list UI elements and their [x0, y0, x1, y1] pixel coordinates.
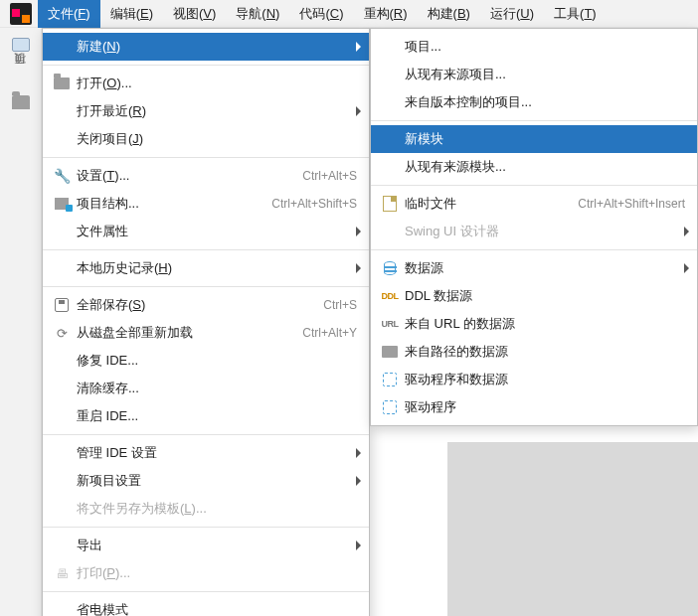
file_menu-menu-item-20: 将文件另存为模板(L)... — [43, 495, 369, 523]
app-icon — [10, 3, 32, 25]
icon-slot — [51, 380, 73, 397]
db-icon — [379, 259, 401, 277]
file_menu-menu-item-23: 🖶打印(P)... — [43, 559, 369, 587]
menu-separator — [371, 120, 697, 121]
new_menu-menu-item-12[interactable]: URL来自 URL 的数据源 — [371, 310, 697, 338]
new_menu-menu-item-14[interactable]: 驱动程序和数据源 — [371, 366, 697, 393]
menu-item-label: 设置(T)... — [77, 167, 302, 185]
menu-item-label: 修复 IDE... — [77, 352, 357, 370]
menu-separator — [371, 185, 697, 186]
new_menu-menu-item-13[interactable]: 来自路径的数据源 — [371, 338, 697, 366]
icon-slot — [51, 352, 73, 370]
file-menu-dropdown: 新建(N)打开(O)...打开最近(R)关闭项目(J)🔧设置(T)...Ctrl… — [42, 28, 370, 616]
file_menu-menu-item-14[interactable]: 修复 IDE... — [43, 347, 369, 375]
menu-item-label: Swing UI 设计器 — [405, 223, 685, 240]
menubar-item-refactor[interactable]: 重构(R) — [354, 0, 418, 28]
menubar-item-edit[interactable]: 编辑(E) — [100, 0, 163, 28]
file_menu-menu-item-18[interactable]: 管理 IDE 设置 — [43, 439, 369, 467]
menu-item-label: 打开最近(R) — [77, 102, 357, 120]
driver-icon — [379, 371, 401, 388]
new_menu-menu-item-15[interactable]: 驱动程序 — [371, 393, 697, 421]
menubar-item-file[interactable]: 文件(F) — [38, 0, 100, 28]
file_menu-menu-item-16[interactable]: 重启 IDE... — [43, 402, 369, 430]
menu-item-label: 重启 IDE... — [77, 407, 357, 425]
menu-item-label: 项目结构... — [77, 195, 271, 213]
new_menu-menu-item-8: Swing UI 设计器 — [371, 218, 697, 245]
file_menu-menu-item-22[interactable]: 导出 — [43, 532, 369, 559]
menu-item-label: 打印(P)... — [77, 564, 357, 582]
struct-icon — [51, 195, 73, 213]
folder-icon[interactable] — [12, 95, 30, 109]
menu-item-label: 管理 IDE 设置 — [77, 444, 357, 462]
chevron-right-icon — [356, 476, 361, 486]
menubar-item-view[interactable]: 视图(V) — [163, 0, 226, 28]
chevron-right-icon — [356, 227, 361, 236]
window-restore-icon[interactable] — [12, 38, 30, 52]
menubar-item-run[interactable]: 运行(U) — [480, 0, 544, 28]
file_menu-menu-item-13[interactable]: ⟳从磁盘全部重新加载Ctrl+Alt+Y — [43, 319, 369, 347]
menu-item-label: 全部保存(S) — [77, 296, 323, 314]
menu-item-label: 导出 — [77, 537, 357, 554]
new_menu-menu-item-4[interactable]: 新模块 — [371, 125, 697, 153]
file_menu-menu-item-19[interactable]: 新项目设置 — [43, 467, 369, 495]
menu-item-label: 关闭项目(J) — [77, 130, 357, 148]
menu-item-label: 本地历史记录(H) — [77, 259, 357, 277]
file_menu-menu-item-10[interactable]: 本地历史记录(H) — [43, 254, 369, 282]
new_menu-menu-item-10[interactable]: 数据源 — [371, 254, 697, 282]
menu-item-label: 数据源 — [405, 259, 685, 277]
menu-item-shortcut: Ctrl+S — [323, 298, 357, 312]
icon-slot — [379, 38, 401, 56]
file_menu-menu-item-4[interactable]: 关闭项目(J) — [43, 125, 369, 153]
menu-item-label: 文件属性 — [77, 223, 357, 240]
file_menu-menu-item-25[interactable]: 省电模式 — [43, 596, 369, 616]
driver-icon — [379, 398, 401, 416]
folder-icon — [51, 75, 73, 92]
icon-slot — [51, 130, 73, 148]
menu-separator — [43, 249, 369, 250]
menubar-item-navigate[interactable]: 导航(N) — [226, 0, 289, 28]
file_menu-menu-item-0[interactable]: 新建(N) — [43, 33, 369, 61]
menu-separator — [43, 527, 369, 528]
icon-slot — [51, 38, 73, 56]
file_menu-menu-item-12[interactable]: 全部保存(S)Ctrl+S — [43, 291, 369, 319]
left-tool-gutter: 项目 — [0, 28, 42, 616]
icon-slot — [379, 223, 401, 240]
new_menu-menu-item-1[interactable]: 从现有来源项目... — [371, 61, 697, 88]
menubar-item-build[interactable]: 构建(B) — [418, 0, 480, 28]
menu-item-label: 临时文件 — [405, 195, 578, 213]
menu-item-shortcut: Ctrl+Alt+Shift+Insert — [578, 197, 685, 211]
icon-slot — [51, 472, 73, 490]
file_menu-menu-item-6[interactable]: 🔧设置(T)...Ctrl+Alt+S — [43, 162, 369, 190]
menubar-item-code[interactable]: 代码(C) — [289, 0, 353, 28]
menu-item-label: 清除缓存... — [77, 380, 357, 397]
save-icon — [51, 296, 73, 314]
file_menu-menu-item-15[interactable]: 清除缓存... — [43, 375, 369, 402]
menu-item-label: DDL 数据源 — [405, 287, 685, 305]
new_menu-menu-item-7[interactable]: 临时文件Ctrl+Alt+Shift+Insert — [371, 190, 697, 218]
menu-item-shortcut: Ctrl+Alt+Shift+S — [271, 197, 357, 211]
file_menu-menu-item-7[interactable]: 项目结构...Ctrl+Alt+Shift+S — [43, 190, 369, 218]
file_menu-menu-item-3[interactable]: 打开最近(R) — [43, 97, 369, 125]
menu-item-label: 驱动程序 — [405, 398, 685, 416]
wrench-icon: 🔧 — [51, 167, 73, 185]
menu-item-label: 来自 URL 的数据源 — [405, 315, 685, 333]
icon-slot — [51, 444, 73, 462]
menu-separator — [43, 157, 369, 158]
new-submenu-dropdown: 项目...从现有来源项目...来自版本控制的项目...新模块从现有来源模块...… — [370, 28, 698, 426]
new_menu-menu-item-2[interactable]: 来自版本控制的项目... — [371, 88, 697, 116]
menu-item-label: 新模块 — [405, 130, 685, 148]
menu-separator — [371, 249, 697, 250]
file_menu-menu-item-2[interactable]: 打开(O)... — [43, 70, 369, 97]
icon-slot — [379, 158, 401, 176]
icon-slot — [379, 66, 401, 83]
new_menu-menu-item-5[interactable]: 从现有来源模块... — [371, 153, 697, 181]
file_menu-menu-item-8[interactable]: 文件属性 — [43, 218, 369, 245]
scratch-icon — [379, 195, 401, 213]
menu-item-label: 新项目设置 — [77, 472, 357, 490]
menu-item-label: 从现有来源项目... — [405, 66, 685, 83]
menu-separator — [43, 434, 369, 435]
new_menu-menu-item-11[interactable]: DDLDDL 数据源 — [371, 282, 697, 310]
menubar-item-tools[interactable]: 工具(T) — [544, 0, 607, 28]
menu-item-shortcut: Ctrl+Alt+Y — [302, 326, 357, 340]
new_menu-menu-item-0[interactable]: 项目... — [371, 33, 697, 61]
